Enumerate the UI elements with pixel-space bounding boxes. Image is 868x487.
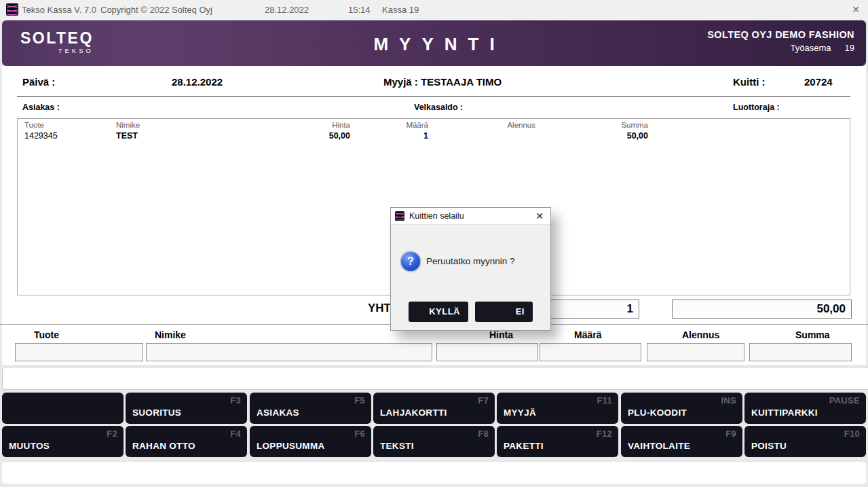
entry-field-maara[interactable] (540, 343, 641, 361)
fkey-key: F8 (478, 429, 489, 439)
fkey-key: F9 (725, 429, 736, 439)
row-summa: 50,00 (535, 131, 648, 141)
row-alennus (428, 131, 535, 141)
customer-label: Asiakas : (22, 103, 60, 112)
seller-label: Myyjä : (383, 76, 418, 88)
entry-label-alennus: Alennus (682, 329, 719, 340)
store-info: SOLTEQ OYJ DEMO FASHION Työasema19 (707, 29, 854, 53)
command-bar-input[interactable] (2, 367, 868, 390)
fkey-asiakas-button[interactable]: F5 ASIAKAS (250, 393, 371, 424)
store-name: SOLTEQ OYJ DEMO FASHION (707, 29, 854, 40)
dialog-close-icon[interactable]: ✕ (529, 208, 550, 224)
row-tuote: 1429345 (24, 131, 116, 141)
app-header: SOLTEQ TEKSO MYYNTI SOLTEQ OYJ DEMO FASH… (2, 20, 866, 66)
question-icon: ? (400, 251, 421, 272)
credit-label: Luottoraja : (733, 103, 780, 112)
fkey-label: LAHJAKORTTI (380, 408, 447, 418)
fkey-key: F2 (107, 429, 117, 439)
fkey-blank-button[interactable] (2, 393, 124, 424)
fkey-suoritus-button[interactable]: F3 SUORITUS (126, 393, 247, 424)
window-titlebar: Tekso Kassa V. 7.0 Copyright © 2022 Solt… (0, 0, 868, 20)
fkey-key: F6 (354, 429, 365, 439)
window-copyright: Copyright © 2022 Solteq Oyj (100, 5, 212, 15)
fkey-teksti-button[interactable]: F8 TEKSTI (373, 426, 495, 457)
col-header-hinta: Hinta (286, 121, 350, 129)
row-maara: 1 (350, 131, 428, 141)
entry-field-hinta[interactable] (436, 343, 538, 361)
fkey-paketti-button[interactable]: F12 PAKETTI (497, 426, 618, 457)
totals-quantity: 1 (536, 300, 639, 319)
entry-field-alennus[interactable] (647, 343, 744, 361)
table-row[interactable]: 1429345 TEST 50,00 1 50,00 (18, 131, 850, 141)
fkey-label: PAKETTI (504, 441, 544, 451)
fkey-loppusumma-button[interactable]: F6 LOPPUSUMMA (250, 426, 371, 457)
fkey-myyja-button[interactable]: F11 MYYJÄ (497, 393, 618, 424)
fkey-label: KUITTIPARKKI (751, 408, 818, 418)
entry-label-summa: Summa (795, 329, 830, 340)
entry-field-summa[interactable] (749, 343, 852, 361)
dialog-yes-button[interactable]: KYLLÄ (409, 302, 468, 322)
col-header-alennus: Alennus (428, 121, 535, 129)
table-header: Tuote Nimike Hinta Määrä Alennus Summa (18, 119, 850, 129)
fkey-label: PLU-KOODIT (628, 408, 687, 418)
receipt-label: Kuitti : (733, 76, 765, 88)
fkey-key: F7 (478, 395, 489, 405)
workstation-row: Työasema19 (707, 43, 854, 53)
fkey-key: F11 (597, 395, 612, 405)
fkey-plu-koodit-button[interactable]: INS PLU-KOODIT (621, 393, 742, 424)
fkey-label: VAIHTOLAITE (628, 441, 690, 451)
col-header-maara: Määrä (350, 121, 428, 129)
fkey-lahjakortti-button[interactable]: F7 LAHJAKORTTI (373, 393, 495, 424)
fkey-key: F12 (597, 429, 612, 439)
window-register: Kassa 19 (382, 5, 419, 15)
fkey-kuittiparkki-button[interactable]: PAUSE KUITTIPARKKI (744, 393, 866, 424)
seller-row: Myyjä : TESTAAJA TIMO (383, 76, 502, 88)
fkey-vaihtolaite-button[interactable]: F9 VAIHTOLAITE (621, 426, 742, 457)
dialog-titlebar: Kuittien selailu ✕ (391, 208, 550, 225)
fkey-key: F4 (230, 429, 241, 439)
app-icon (395, 211, 404, 221)
col-header-summa: Summa (535, 121, 648, 129)
fkey-key: F5 (354, 395, 365, 405)
dialog-no-button[interactable]: EI (475, 302, 533, 322)
fkey-label: RAHAN OTTO (132, 441, 195, 451)
entry-label-maara: Määrä (574, 329, 601, 340)
window-close-icon[interactable]: ✕ (848, 4, 863, 16)
row-hinta: 50,00 (286, 131, 350, 141)
window-title: Tekso Kassa V. 7.0 (22, 5, 96, 15)
workstation-value: 19 (845, 43, 854, 53)
divider-top (17, 96, 850, 97)
fkey-key: F3 (230, 395, 241, 405)
fkey-label: SUORITUS (132, 408, 181, 418)
entry-label-hinta: Hinta (489, 329, 513, 340)
app-icon (6, 3, 18, 16)
receipt-value: 20724 (804, 76, 833, 88)
fkey-key: INS (721, 395, 736, 405)
row-nimike: TEST (116, 131, 286, 141)
fkey-key: F10 (844, 429, 860, 439)
date-value: 28.12.2022 (172, 76, 223, 88)
fkey-label: LOPPUSUMMA (257, 441, 325, 451)
date-label: Päivä : (22, 76, 55, 88)
fkey-rahan-otto-button[interactable]: F4 RAHAN OTTO (126, 426, 247, 457)
fkey-label: ASIAKAS (257, 408, 299, 418)
fkey-key: PAUSE (829, 395, 860, 405)
status-bar (2, 462, 866, 484)
col-header-nimike: Nimike (116, 121, 286, 129)
seller-value: TESTAAJA TIMO (421, 76, 502, 88)
dialog-title: Kuittien selailu (409, 211, 464, 221)
fkey-muutos-button[interactable]: F2 MUUTOS (2, 426, 124, 457)
dialog-message: Peruutatko myynnin ? (426, 256, 515, 266)
debt-label: Velkasaldo : (414, 103, 463, 112)
entry-field-tuote[interactable] (15, 343, 143, 361)
fkey-poistu-button[interactable]: F10 POISTU (744, 426, 866, 457)
fkey-label: POISTU (751, 441, 787, 451)
fkey-label: MYYJÄ (504, 408, 536, 418)
entry-field-nimike[interactable] (146, 343, 432, 361)
workstation-label: Työasema (791, 43, 831, 53)
col-header-tuote: Tuote (24, 121, 116, 129)
window-date: 28.12.2022 (265, 5, 309, 15)
fkey-label: TEKSTI (380, 441, 414, 451)
entry-label-nimike: Nimike (155, 329, 186, 340)
entry-label-tuote: Tuote (34, 329, 59, 340)
